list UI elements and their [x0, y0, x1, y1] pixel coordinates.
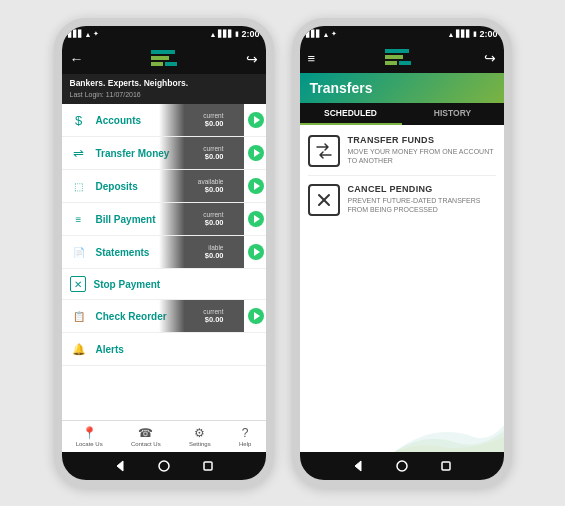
- accounts-data: current $0.00: [159, 104, 244, 136]
- transfer-funds-option[interactable]: TRANSFER FUNDS MOVE YOUR MONEY FROM ONE …: [308, 135, 496, 176]
- menu-item-accounts[interactable]: $ Accounts current $0.00: [62, 104, 266, 137]
- right-status-bar: ▋▋▋ ▲ ✦ ▲ ▋▋▋ ▮ 2:00: [300, 26, 504, 42]
- transfer-money-expand-btn[interactable]: [248, 145, 264, 161]
- svg-rect-3: [165, 62, 177, 66]
- alerts-icon: 🔔: [70, 340, 88, 358]
- st-val-1: $0.00: [205, 251, 224, 260]
- statements-data: ilable $0.00: [159, 236, 244, 268]
- right-signal2-icon: ▋▋▋: [456, 30, 471, 38]
- hamburger-menu-button[interactable]: ≡: [308, 52, 316, 65]
- left-status-time: 2:00: [241, 29, 259, 39]
- transfer-funds-text: TRANSFER FUNDS MOVE YOUR MONEY FROM ONE …: [348, 135, 496, 165]
- wifi-status-icon: ▲: [210, 31, 217, 38]
- locate-us-label: Locate Us: [76, 441, 103, 447]
- cancel-pending-icon: [308, 184, 340, 216]
- check-reorder-data: current $0.00: [159, 300, 244, 332]
- android-back-btn[interactable]: [112, 458, 128, 474]
- svg-rect-2: [151, 50, 175, 54]
- bill-payment-data: current $0.00: [159, 203, 244, 235]
- statements-expand-btn[interactable]: [248, 244, 264, 260]
- right-android-nav: [300, 452, 504, 480]
- cancel-pending-title: CANCEL PENDING: [348, 184, 496, 194]
- left-status-left: ▋▋▋ ▲ ✦: [68, 30, 100, 38]
- battery-icon: ▮: [235, 30, 239, 38]
- right-android-back-btn[interactable]: [350, 458, 366, 474]
- transfer-funds-icon: [308, 135, 340, 167]
- menu-list: $ Accounts current $0.00 ⇌ Transfer Mone…: [62, 104, 266, 420]
- svg-rect-15: [442, 462, 450, 470]
- bill-payment-icon: ≡: [70, 210, 88, 228]
- check-reorder-expand-btn[interactable]: [248, 308, 264, 324]
- logout-button[interactable]: ↪: [246, 51, 258, 67]
- android-home-btn[interactable]: [156, 458, 172, 474]
- right-logout-button[interactable]: ↪: [484, 50, 496, 66]
- transfer-money-icon: ⇌: [70, 144, 88, 162]
- left-android-nav: [62, 452, 266, 480]
- tab-history[interactable]: HISTORY: [402, 103, 504, 125]
- svg-point-5: [159, 461, 169, 471]
- right-status-right: ▲ ▋▋▋ ▮ 2:00: [448, 29, 498, 39]
- signal-bars-icon: ▋▋▋: [218, 30, 233, 38]
- svg-rect-7: [385, 61, 397, 65]
- dep-val-1: $0.00: [205, 185, 224, 194]
- help-label: Help: [239, 441, 251, 447]
- nav-locate-us[interactable]: 📍 Locate Us: [76, 426, 103, 447]
- tm-val-1: $0.00: [205, 152, 224, 161]
- tm-type-1: current: [203, 145, 223, 152]
- menu-item-stop-payment[interactable]: ✕ Stop Payment: [62, 269, 266, 300]
- deposits-expand-btn[interactable]: [248, 178, 264, 194]
- accounts-icon: $: [70, 111, 88, 129]
- stop-payment-icon: ✕: [70, 276, 86, 292]
- header-logo: [151, 48, 179, 70]
- right-status-time: 2:00: [479, 29, 497, 39]
- wave-decoration: [394, 372, 504, 452]
- cancel-pending-option[interactable]: CANCEL PENDING PREVENT FUTURE-DATED TRAN…: [308, 184, 496, 224]
- menu-item-check-reorder[interactable]: 📋 Check Reorder current $0.00: [62, 300, 266, 333]
- nav-help[interactable]: ? Help: [239, 426, 251, 447]
- cancel-pending-description: PREVENT FUTURE-DATED TRANSFERS FROM BEIN…: [348, 196, 496, 214]
- right-bt-icon: ✦: [331, 30, 337, 38]
- cr-type-1: current: [203, 308, 223, 315]
- left-status-right: ▲ ▋▋▋ ▮ 2:00: [210, 29, 260, 39]
- transfer-funds-title: TRANSFER FUNDS: [348, 135, 496, 145]
- nav-settings[interactable]: ⚙ Settings: [189, 426, 211, 447]
- locate-us-icon: 📍: [82, 426, 97, 440]
- settings-icon: ⚙: [194, 426, 205, 440]
- acc-type-1: current: [203, 112, 223, 119]
- right-android-recent-btn[interactable]: [438, 458, 454, 474]
- left-status-bar: ▋▋▋ ▲ ✦ ▲ ▋▋▋ ▮ 2:00: [62, 26, 266, 42]
- dep-type-1: available: [198, 178, 224, 185]
- svg-marker-13: [355, 461, 361, 471]
- banner-title: Bankers. Experts. Neighbors.: [70, 78, 189, 88]
- menu-item-deposits[interactable]: ⬚ Deposits available $0.00: [62, 170, 266, 203]
- menu-item-transfer-money[interactable]: ⇌ Transfer Money current $0.00: [62, 137, 266, 170]
- right-android-home-btn[interactable]: [394, 458, 410, 474]
- banner: Bankers. Experts. Neighbors. Last Login:…: [62, 74, 266, 104]
- menu-item-alerts[interactable]: 🔔 Alerts: [62, 333, 266, 366]
- nav-contact-us[interactable]: ☎ Contact Us: [131, 426, 161, 447]
- right-wifi-icon: ▲: [323, 31, 330, 38]
- bp-val-1: $0.00: [205, 218, 224, 227]
- contact-us-label: Contact Us: [131, 441, 161, 447]
- menu-item-statements[interactable]: 📄 Statements ilable $0.00: [62, 236, 266, 269]
- bill-payment-expand-btn[interactable]: [248, 211, 264, 227]
- transfers-tabs: SCHEDULED HISTORY: [300, 103, 504, 125]
- svg-rect-6: [204, 462, 212, 470]
- android-recent-btn[interactable]: [200, 458, 216, 474]
- check-reorder-icon: 📋: [70, 307, 88, 325]
- svg-rect-10: [399, 61, 411, 65]
- tab-scheduled[interactable]: SCHEDULED: [300, 103, 402, 125]
- back-button[interactable]: ←: [70, 51, 84, 67]
- right-status-left: ▋▋▋ ▲ ✦: [306, 30, 338, 38]
- signal-icon: ▋▋▋: [68, 30, 83, 38]
- transfer-funds-description: MOVE YOUR MONEY FROM ONE ACCOUNT TO ANOT…: [348, 147, 496, 165]
- menu-item-bill-payment[interactable]: ≡ Bill Payment current $0.00: [62, 203, 266, 236]
- cr-val-1: $0.00: [205, 315, 224, 324]
- accounts-expand-btn[interactable]: [248, 112, 264, 128]
- left-screen: ← ↪ Bankers. Experts. Neighbors. Last Lo…: [62, 42, 266, 452]
- contact-us-icon: ☎: [138, 426, 153, 440]
- cancel-pending-text: CANCEL PENDING PREVENT FUTURE-DATED TRAN…: [348, 184, 496, 214]
- right-header-logo: [385, 47, 413, 69]
- svg-point-14: [397, 461, 407, 471]
- statements-icon: 📄: [70, 243, 88, 261]
